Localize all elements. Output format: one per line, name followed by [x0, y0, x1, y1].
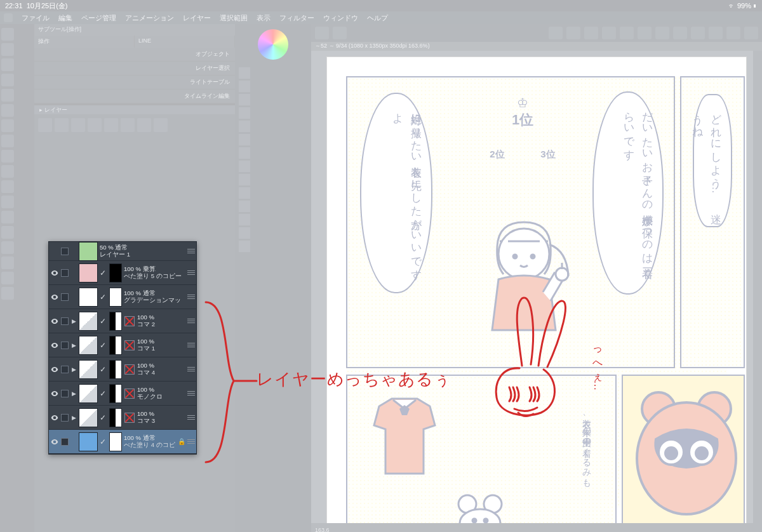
aux-icon[interactable]: [239, 81, 250, 92]
menu-item[interactable]: 編集: [58, 13, 72, 23]
layer-expand-icon[interactable]: ▶: [70, 415, 77, 421]
menu-item[interactable]: ページ管理: [81, 13, 116, 23]
toolbar-icon[interactable]: [315, 27, 329, 39]
tool-icon[interactable]: [1, 74, 14, 86]
layer-row[interactable]: ▶✓100 %コマ 2: [49, 309, 196, 333]
tool-icon[interactable]: [1, 104, 14, 117]
tool-icon[interactable]: [1, 196, 14, 208]
layer-row[interactable]: ✓100 % 乗算べた塗り 5 のコピー: [49, 261, 196, 285]
toolbar-icon[interactable]: [691, 27, 705, 39]
menu-item[interactable]: ウィンドウ: [323, 13, 358, 23]
aux-icon[interactable]: [239, 241, 250, 252]
menu-bar[interactable]: ファイル 編集 ページ管理 アニメーション レイヤー 選択範囲 表示 フィルター…: [0, 11, 762, 24]
layer-mask-thumbnail[interactable]: [109, 336, 122, 355]
layer-handle-icon[interactable]: [187, 366, 195, 373]
layer-visibility-icon[interactable]: [50, 413, 59, 422]
layer-visibility-icon[interactable]: [50, 341, 59, 350]
layer-checkbox[interactable]: [61, 248, 69, 255]
layer-checkbox[interactable]: [61, 414, 69, 422]
vertical-scrollbar[interactable]: [753, 51, 762, 532]
tool-icon[interactable]: [1, 226, 14, 239]
panel-icon[interactable]: [55, 118, 69, 132]
layer-row[interactable]: ▶✓100 %コマ 3: [49, 406, 196, 430]
toolbar-icon[interactable]: [709, 27, 723, 39]
subtool-tab[interactable]: LINE: [135, 36, 235, 48]
layer-handle-icon[interactable]: [187, 248, 195, 255]
panel-icon[interactable]: [71, 118, 85, 132]
layer-mask-thumbnail[interactable]: [109, 408, 122, 427]
layer-row[interactable]: ✓100 % 通常グラデーションマッ: [49, 285, 196, 309]
tool-icon[interactable]: [1, 180, 14, 193]
aux-icon[interactable]: [239, 67, 250, 79]
layer-row[interactable]: ✓100 % 通常べた塗り 4 のコピー🔒: [49, 430, 196, 454]
layer-expand-icon[interactable]: ▶: [70, 342, 77, 349]
toolbar-icon[interactable]: [638, 27, 652, 39]
subtool-item[interactable]: ライトテーブル: [34, 76, 235, 90]
layer-row[interactable]: ▶✓100 %モノクロ: [49, 382, 196, 406]
layer-expand-icon[interactable]: ▶: [70, 366, 77, 373]
aux-icon[interactable]: [239, 121, 250, 132]
layer-checkbox[interactable]: [61, 438, 69, 446]
menu-item[interactable]: 選択範囲: [220, 13, 248, 23]
layer-mask-thumbnail[interactable]: [109, 360, 122, 379]
menu-item[interactable]: レイヤー: [183, 13, 211, 23]
menu-item[interactable]: ヘルプ: [367, 13, 388, 23]
subtool-item[interactable]: タイムライン編集: [34, 90, 235, 103]
panel-icon[interactable]: [154, 118, 168, 132]
layer-mask-thumbnail[interactable]: [109, 263, 122, 283]
layer-visibility-icon[interactable]: [50, 269, 59, 277]
tool-icon[interactable]: [1, 165, 14, 178]
tool-icon[interactable]: [1, 241, 14, 254]
layer-mask-thumbnail[interactable]: [109, 312, 122, 331]
layer-expand-icon[interactable]: ▶: [70, 318, 77, 324]
tool-icon[interactable]: [1, 272, 14, 284]
toolbar-icon[interactable]: [726, 27, 740, 39]
layer-checkbox[interactable]: [61, 366, 69, 373]
aux-icon[interactable]: [239, 161, 250, 172]
panel-icon[interactable]: [137, 118, 151, 132]
layer-checkbox[interactable]: [61, 317, 69, 325]
layer-row[interactable]: ▶✓100 %コマ 1: [49, 333, 196, 357]
layer-row[interactable]: 50 % 通常レイヤー 1: [49, 242, 196, 261]
menu-item[interactable]: 表示: [257, 13, 271, 23]
ruler-disabled-icon[interactable]: [124, 340, 135, 351]
layer-visibility-icon[interactable]: [50, 317, 59, 326]
toolbar-icon[interactable]: [549, 27, 563, 39]
layer-visibility-icon[interactable]: [50, 437, 59, 446]
tool-icon[interactable]: [1, 89, 14, 102]
toolbar-icon[interactable]: [620, 27, 634, 39]
layer-expand-icon[interactable]: ▶: [70, 390, 77, 397]
subtool-item[interactable]: レイヤー選択: [34, 62, 235, 76]
layer-mask-thumbnail[interactable]: [109, 288, 122, 307]
tool-icon[interactable]: [1, 256, 14, 269]
aux-icon[interactable]: [239, 201, 250, 212]
lock-icon[interactable]: 🔒: [178, 438, 185, 445]
tool-icon[interactable]: [1, 119, 14, 132]
tool-icon[interactable]: [1, 58, 14, 71]
subtool-tab[interactable]: 操作: [34, 36, 135, 48]
color-wheel-icon[interactable]: [258, 29, 288, 60]
layer-mask-thumbnail[interactable]: [109, 432, 122, 451]
layer-handle-icon[interactable]: [187, 269, 195, 276]
layer-handle-icon[interactable]: [187, 317, 195, 324]
ruler-disabled-icon[interactable]: [124, 412, 135, 423]
ruler-disabled-icon[interactable]: [124, 364, 135, 375]
ruler-disabled-icon[interactable]: [124, 316, 135, 327]
layer-checkbox[interactable]: [61, 269, 69, 277]
layer-row[interactable]: ▶✓100 %コマ 4: [49, 357, 196, 382]
horizontal-scrollbar[interactable]: 163.6: [311, 523, 762, 532]
toolbar-icon[interactable]: [566, 27, 580, 39]
layer-list-popout[interactable]: 50 % 通常レイヤー 1✓100 % 乗算べた塗り 5 のコピー✓100 % …: [48, 241, 197, 455]
toolbar-icon[interactable]: [744, 27, 758, 39]
aux-icon[interactable]: [239, 174, 250, 185]
layer-handle-icon[interactable]: [187, 390, 195, 397]
aux-icon[interactable]: [239, 134, 250, 145]
toolbox[interactable]: [0, 24, 34, 532]
toolbar-icon[interactable]: [602, 27, 616, 39]
layer-visibility-icon[interactable]: [50, 389, 59, 398]
menu-item[interactable]: フィルター: [279, 13, 314, 23]
panel-icon[interactable]: [121, 118, 135, 132]
menu-item[interactable]: ファイル: [22, 13, 50, 23]
tool-icon[interactable]: [1, 43, 14, 56]
panel-icon[interactable]: [104, 118, 118, 132]
